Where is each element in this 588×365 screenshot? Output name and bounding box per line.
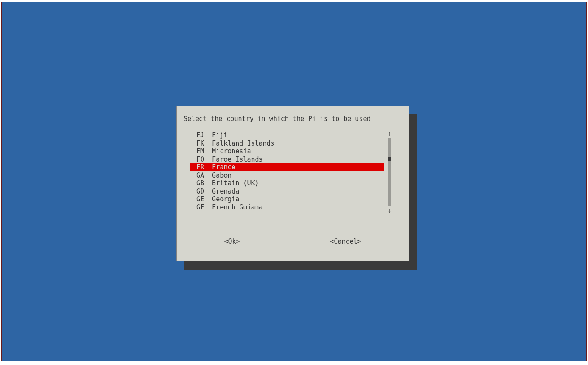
scroll-thumb[interactable] — [388, 157, 391, 161]
scroll-track[interactable] — [388, 138, 391, 206]
dialog-button-row: <Ok> <Cancel> — [179, 238, 406, 245]
scroll-up-icon[interactable]: ↑ — [386, 130, 392, 136]
country-item-fm[interactable]: FM Micronesia — [192, 147, 384, 156]
ok-button[interactable]: <Ok> — [221, 238, 242, 245]
country-item-fr[interactable]: FR France — [190, 163, 384, 171]
country-item-fj[interactable]: FJ Fiji — [192, 131, 384, 140]
country-list[interactable]: FJ FijiFK Falkland IslandsFM MicronesiaF… — [192, 131, 392, 213]
country-item-gd[interactable]: GD Grenada — [192, 187, 384, 196]
scroll-down-icon[interactable]: ↓ — [386, 207, 392, 213]
scrollbar[interactable]: ↑ ↓ — [386, 131, 392, 213]
country-item-fk[interactable]: FK Falkland Islands — [192, 140, 384, 148]
terminal-background: Select the country in which the Pi is to… — [1, 2, 587, 361]
dialog-prompt: Select the country in which the Pi is to… — [179, 109, 406, 127]
country-item-gb[interactable]: GB Britain (UK) — [192, 179, 384, 187]
country-item-ge[interactable]: GE Georgia — [192, 195, 384, 203]
country-item-gf[interactable]: GF French Guiana — [192, 203, 384, 212]
cancel-button[interactable]: <Cancel> — [327, 238, 364, 245]
country-dialog: Select the country in which the Pi is to… — [176, 106, 409, 261]
country-item-fo[interactable]: FO Faroe Islands — [192, 156, 384, 164]
country-item-ga[interactable]: GA Gabon — [192, 171, 384, 180]
